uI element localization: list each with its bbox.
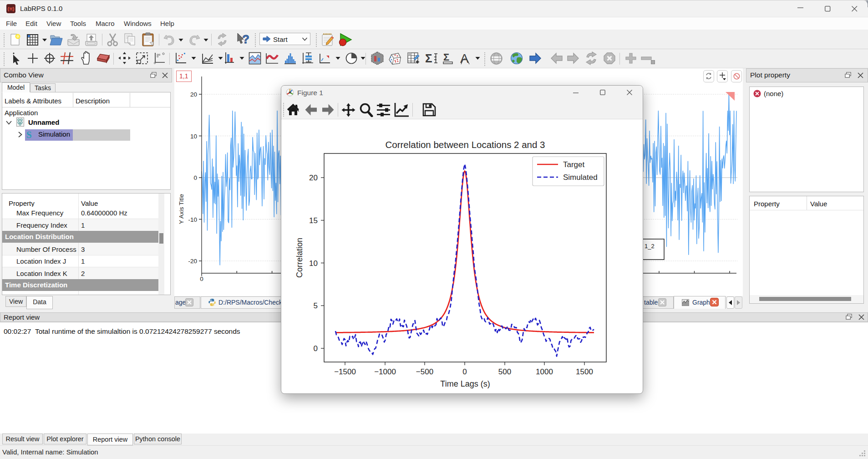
svg-text:10: 10 — [309, 259, 318, 268]
svg-text:1500: 1500 — [576, 367, 593, 376]
svg-text:Correlation between Locations: Correlation between Locations 2 and 3 — [385, 139, 545, 150]
svg-text:Y Axis Title: Y Axis Title — [178, 194, 185, 224]
svg-text:10: 10 — [190, 133, 197, 140]
svg-text:−1500: −1500 — [334, 367, 356, 376]
svg-text:−1000: −1000 — [374, 367, 396, 376]
svg-text:1000: 1000 — [536, 367, 553, 376]
svg-text:−500: −500 — [416, 367, 433, 376]
svg-text:Σ: Σ — [425, 52, 432, 65]
svg-text:500: 500 — [498, 367, 511, 376]
svg-text:1_2: 1_2 — [645, 243, 655, 250]
svg-text:20: 20 — [190, 91, 197, 98]
svg-text:Simulated: Simulated — [563, 173, 598, 182]
svg-text:0: 0 — [462, 367, 467, 376]
svg-text:0: 0 — [200, 275, 203, 282]
svg-text:Σ: Σ — [443, 52, 449, 63]
svg-text:0: 0 — [193, 174, 197, 181]
svg-text:5: 5 — [314, 301, 318, 310]
svg-text:-20: -20 — [188, 258, 197, 265]
svg-text:0: 0 — [314, 344, 318, 353]
svg-text:Time Lags (s): Time Lags (s) — [440, 379, 490, 388]
svg-text:Target: Target — [563, 160, 585, 169]
svg-text:Correlation: Correlation — [295, 238, 304, 278]
svg-text:20: 20 — [309, 173, 318, 182]
svg-text:15: 15 — [309, 216, 318, 225]
svg-text:-10: -10 — [188, 216, 197, 223]
